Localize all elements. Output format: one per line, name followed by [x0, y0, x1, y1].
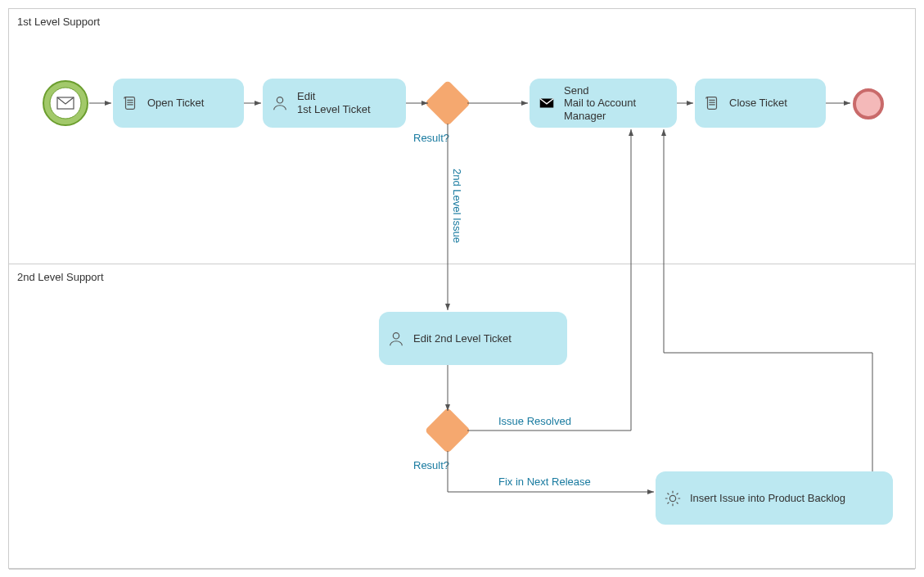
start-event — [42, 79, 89, 129]
task-open-ticket: Open Ticket — [113, 79, 244, 128]
task-edit-l1-label: Edit 1st Level Ticket — [297, 90, 371, 115]
task-close-ticket: Close Ticket — [695, 79, 826, 128]
task-send-mail: Send Mail to Account Manager — [530, 79, 677, 128]
svg-point-1 — [50, 88, 81, 119]
gateway-result-2 — [431, 414, 464, 447]
task-close-ticket-label: Close Ticket — [729, 97, 787, 110]
task-insert-backlog: Insert Issue into Product Backlog — [656, 471, 893, 525]
svg-point-7 — [669, 495, 675, 501]
flow-label-fix-next: Fix in Next Release — [498, 476, 591, 488]
task-edit-l2-label: Edit 2nd Level Ticket — [413, 332, 512, 345]
bpmn-pool: 1st Level Support 2nd Level Support Open… — [8, 8, 916, 569]
task-edit-l2: Edit 2nd Level Ticket — [379, 312, 567, 365]
flow-label-issue-resolved: Issue Resolved — [498, 415, 571, 427]
lane-2-label: 2nd Level Support — [17, 271, 104, 283]
task-edit-l1: Edit 1st Level Ticket — [263, 79, 406, 128]
gear-icon — [664, 489, 682, 507]
flow-label-2nd-level-issue: 2nd Level Issue — [451, 169, 463, 243]
script-icon — [121, 94, 139, 112]
user-icon — [271, 94, 289, 112]
gateway-1-label: Result? — [413, 132, 449, 144]
task-open-ticket-label: Open Ticket — [147, 97, 204, 110]
task-send-mail-label: Send Mail to Account Manager — [564, 84, 636, 123]
end-event — [852, 88, 885, 123]
user-icon — [387, 330, 405, 348]
gateway-2-label: Result? — [413, 459, 449, 471]
end-event-icon — [852, 88, 885, 120]
svg-point-5 — [854, 90, 882, 118]
svg-point-6 — [393, 332, 399, 338]
task-insert-backlog-label: Insert Issue into Product Backlog — [690, 492, 845, 505]
script-icon — [703, 94, 721, 112]
mail-icon — [538, 94, 556, 112]
svg-point-3 — [277, 97, 282, 103]
lane-1-label: 1st Level Support — [17, 16, 100, 28]
gateway-result-1 — [431, 87, 464, 119]
message-start-icon — [42, 79, 89, 127]
